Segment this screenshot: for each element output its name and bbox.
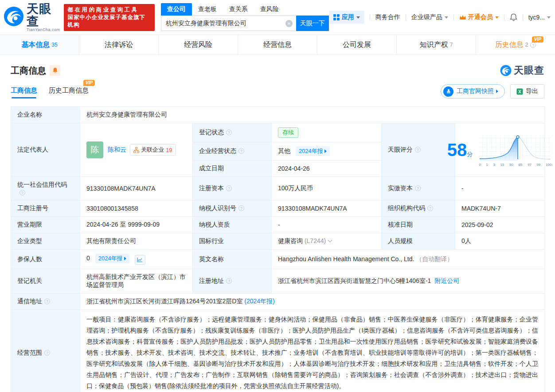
label-operating-status: 企业经营状态 <box>193 142 272 161</box>
value-paid-capital: - <box>455 177 545 200</box>
value-registration-status: 存续 <box>272 123 382 142</box>
value-registered-address: 浙江省杭州市滨江区西兴街道智慧之门中心5幢1406室-1 附近公司 <box>272 269 545 294</box>
help-icon[interactable] <box>238 205 244 211</box>
help-icon[interactable] <box>415 185 421 191</box>
value-staff-size: 0人 <box>455 233 545 250</box>
export-button[interactable]: 导出 <box>510 84 544 98</box>
value-establish-date: 2024-04-26 <box>272 161 382 177</box>
label-industry: 国标行业 <box>193 233 272 250</box>
label-registered-address: 注册地址 <box>193 269 272 294</box>
tab-operating-info[interactable]: 经营信息 <box>238 35 317 55</box>
value-taxpayer-qualification: - <box>272 217 382 233</box>
value-business-term: 2024-04-26 至 9999-09-09 <box>80 217 193 233</box>
avatar[interactable]: 陈 <box>86 141 103 158</box>
annual-report-note-link[interactable]: (2024年报) <box>244 298 274 305</box>
trend-chart-icon[interactable] <box>135 255 145 265</box>
vip-badge: VIP <box>83 80 95 86</box>
business-cooperation-link[interactable]: 商务合作 <box>375 13 400 21</box>
label-staff-size: 人员规模 <box>382 233 455 250</box>
tab-intellectual-property[interactable]: 知识产权7 <box>397 35 476 55</box>
chevron-down-icon <box>495 16 499 19</box>
search-button[interactable]: 天眼一下 <box>296 16 329 31</box>
tab-basic-info[interactable]: 基本信息35 <box>0 35 79 55</box>
help-icon[interactable] <box>427 205 433 211</box>
stamp-icon <box>443 86 453 97</box>
logo-title: 天眼查 <box>27 3 60 27</box>
help-icon[interactable] <box>415 147 421 153</box>
label-mailing-address: 通信地址 <box>11 294 80 310</box>
value-business-scope: 一般项目：健康咨询服务（不含诊疗服务）；远程健康管理服务；健身休闲活动；保健用品… <box>80 310 545 392</box>
label-legal-representative: 法定代表人 <box>11 123 80 177</box>
slogan-badge: 都在用的商业查询工具 国家中小企业发展子基金旗下机构 <box>64 4 155 31</box>
notification-bell-icon[interactable] <box>510 13 517 21</box>
label-english-name: 英文名称 <box>193 250 272 269</box>
monitor-bell-icon[interactable] <box>50 65 60 76</box>
help-icon[interactable] <box>226 129 232 135</box>
label-org-code: 组织机构代码 <box>382 200 455 217</box>
search-tab-boss[interactable]: 查老板 <box>192 3 223 16</box>
help-icon[interactable] <box>44 298 50 304</box>
help-icon[interactable] <box>226 278 232 284</box>
subtab-history-business-info[interactable]: VIP 历史工商信息 <box>49 86 89 98</box>
related-companies-badge[interactable]: 关联企业 19 <box>130 144 176 156</box>
table-row: 企业名称 杭州安立身健康管理有限公司 <box>11 107 545 123</box>
tab-legal[interactable]: 法律诉讼 <box>79 35 159 55</box>
legal-rep-name-link[interactable]: 陈和云 <box>108 146 126 154</box>
help-icon[interactable] <box>238 148 244 154</box>
chevron-down-icon <box>445 16 448 19</box>
table-row: 统一社会信用代码 91330108MADK74UN7A 注册资本 100万人民币… <box>11 177 545 200</box>
label-registered-capital: 注册资本 <box>193 177 272 200</box>
chevron-down-icon <box>356 16 360 19</box>
search-tabs: 查公司 查老板 查关系 查风险 <box>161 4 329 16</box>
section-title: 工商信息 <box>11 65 46 77</box>
value-registered-capital: 100万人民币 <box>272 177 382 200</box>
search-tab-relation[interactable]: 查关系 <box>223 3 254 16</box>
user-menu[interactable]: tyc9... <box>528 14 551 21</box>
label-tianyan-score: 天眼评分 <box>382 123 455 177</box>
help-icon[interactable] <box>20 190 25 196</box>
vip-membership-link[interactable]: 开通会员 <box>459 13 499 21</box>
value-company-name: 杭州安立身健康管理有限公司 <box>80 107 545 123</box>
subtab-business-info[interactable]: 工商信息 <box>11 86 37 98</box>
label-taxpayer-qualification: 纳税人资质 <box>193 217 272 233</box>
tab-company-development[interactable]: 公司发展 <box>317 35 397 55</box>
label-registration-number: 工商注册号 <box>11 200 80 217</box>
table-row: 通信地址 浙江省杭州市滨江区长河街道江晖路1264号201室2层D室 (2024… <box>11 294 545 310</box>
search-tab-company[interactable]: 查公司 <box>161 3 192 16</box>
score-distribution-chart: 0131550859799100 <box>478 133 552 167</box>
table-row: 登记机关 杭州高新技术产业开发区（滨江）市场监督管理局 注册地址 浙江省杭州市滨… <box>11 269 545 294</box>
annual-report-link[interactable]: 2024年报 <box>95 254 129 263</box>
table-row: 参保人数 0 2024年报 英文名称 Hangzhou Anlishen Hea… <box>11 250 545 269</box>
arrow-right-icon <box>324 149 327 153</box>
chevron-down-icon[interactable] <box>328 238 332 243</box>
value-legal-representative: 陈 陈和云 关联企业 19 <box>80 123 193 177</box>
help-icon[interactable] <box>226 185 232 191</box>
help-icon[interactable] <box>44 350 50 356</box>
search-block: 查公司 查老板 查关系 查风险 × 天眼一下 <box>161 4 329 31</box>
search-clear-icon[interactable]: × <box>285 20 293 27</box>
excel-icon <box>516 88 523 95</box>
nearby-companies-link[interactable]: 附近公司 <box>434 277 459 284</box>
page: 天眼查 TianYanCha.com 都在用的商业查询工具 国家中小企业发展子基… <box>0 0 555 392</box>
value-registration-authority: 杭州高新技术产业开发区（滨江）市场监督管理局 <box>80 269 193 294</box>
table-row: 企业类型 其他有限责任公司 国标行业 健康咨询 (L7244) 人员规模 0人 <box>11 233 545 250</box>
search-tab-risk[interactable]: 查风险 <box>254 3 285 16</box>
logo-domain: TianYanCha.com <box>27 27 60 32</box>
tab-history-info[interactable]: VIP 历史信息2 <box>476 35 555 55</box>
value-org-code: MADK74UN-7 <box>455 200 545 217</box>
help-icon[interactable] <box>530 42 536 48</box>
annual-report-link[interactable]: 2024年报 <box>296 146 330 156</box>
label-approval-date: 核准日期 <box>382 217 455 233</box>
search-input[interactable] <box>161 16 296 31</box>
apps-menu[interactable]: 应用 <box>329 11 364 24</box>
crown-icon <box>459 14 466 20</box>
tianyancha-logo[interactable]: 天眼查 TianYanCha.com <box>4 3 60 32</box>
label-credit-code: 统一社会信用代码 <box>11 177 80 200</box>
value-company-type: 其他有限责任公司 <box>80 233 193 250</box>
value-taxpayer-id: 91330108MADK74UN7A <box>272 200 382 217</box>
value-english-name: Hangzhou Anlishen Health Management Co.,… <box>272 250 545 269</box>
table-row: 法定代表人 陈 陈和云 关联企业 19 登记状态 存续 天眼评分 <box>11 123 545 142</box>
enterprise-products-link[interactable]: 企业级产品 <box>411 13 448 21</box>
tab-operating-risk[interactable]: 经营风险 <box>159 35 238 55</box>
snapshot-button[interactable]: 工商官网快照 <box>441 84 505 98</box>
